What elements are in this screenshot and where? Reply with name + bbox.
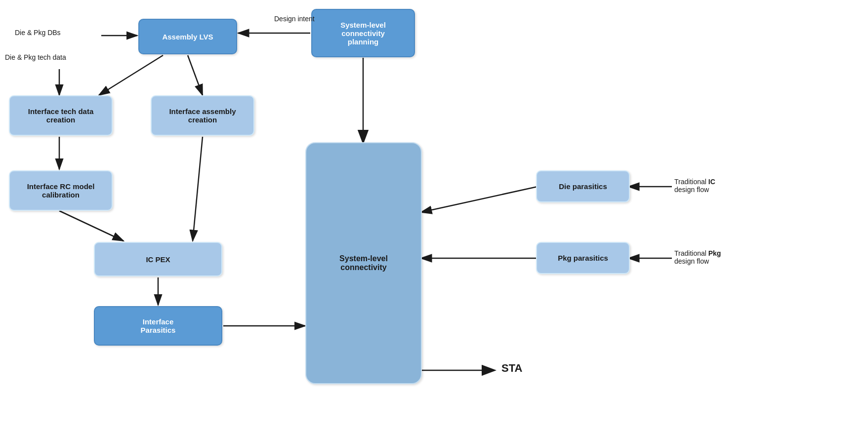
arrows-layer (0, 0, 868, 432)
traditional-pkg-label: Traditional Pkgdesign flow (674, 249, 721, 265)
die-pkg-dbs-label: Die & Pkg DBs (15, 29, 61, 37)
die-pkg-tech-label: Die & Pkg tech data (5, 53, 66, 61)
system-connectivity-label: System-levelconnectivity (339, 254, 388, 272)
traditional-ic-label: Traditional ICdesign flow (674, 178, 715, 194)
die-parasitics-box: Die parasitics (536, 170, 630, 202)
system-connectivity-box: System-levelconnectivity (305, 142, 422, 384)
ic-pex-label: IC PEX (146, 255, 170, 264)
assembly-lvs-box: Assembly LVS (138, 19, 237, 54)
interface-rc-label: Interface RC modelcalibration (27, 182, 95, 199)
svg-line-6 (99, 55, 163, 95)
system-connectivity-planning-label: System-levelconnectivityplanning (340, 21, 386, 46)
sta-label: STA (501, 362, 522, 375)
interface-tech-box: Interface tech datacreation (9, 95, 113, 136)
svg-line-8 (59, 211, 124, 241)
pkg-parasitics-box: Pkg parasitics (536, 242, 630, 274)
interface-assembly-label: Interface assemblycreation (169, 107, 236, 124)
svg-line-5 (188, 55, 203, 95)
interface-assembly-box: Interface assemblycreation (151, 95, 254, 136)
assembly-lvs-label: Assembly LVS (162, 33, 213, 41)
interface-parasitics-label: InterfaceParasitics (141, 317, 176, 334)
interface-rc-box: Interface RC modelcalibration (9, 170, 113, 211)
design-intent-label: Design intent (274, 15, 315, 23)
svg-line-9 (193, 137, 203, 241)
system-connectivity-planning-box: System-levelconnectivityplanning (311, 9, 415, 57)
die-parasitics-label: Die parasitics (559, 182, 607, 191)
ic-pex-box: IC PEX (94, 242, 222, 276)
diagram-container: Assembly LVS System-levelconnectivitypla… (0, 0, 868, 432)
svg-line-13 (421, 187, 537, 212)
interface-parasitics-box: InterfaceParasitics (94, 306, 222, 346)
pkg-parasitics-label: Pkg parasitics (558, 254, 608, 262)
interface-tech-label: Interface tech datacreation (28, 107, 94, 124)
